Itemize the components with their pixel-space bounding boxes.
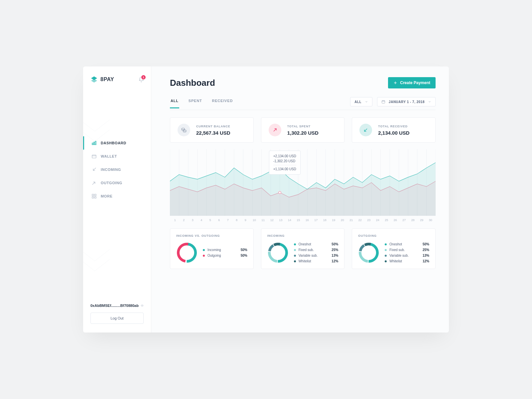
sidebar-nav: DASHBOARD WALLET INCOMING OUTGOING <box>83 136 151 203</box>
legend-row: Whitelist 12% <box>385 259 429 263</box>
stat-value: 22,567.34 USD <box>196 130 230 136</box>
legend-label: Oneshot <box>299 242 332 246</box>
legend-dot <box>294 249 296 251</box>
legend-value: 50% <box>332 242 338 246</box>
chevron-down-icon <box>365 100 368 103</box>
notifications-button[interactable]: 1 <box>138 76 144 82</box>
donuts-row: INCOMING VS. OUTGOING Incoming 50% Outgo… <box>170 228 436 269</box>
legend-row: Variable sub. 13% <box>294 254 338 257</box>
svg-rect-4 <box>92 194 94 196</box>
calendar-icon <box>381 100 385 104</box>
svg-point-8 <box>141 305 143 307</box>
tab-all[interactable]: ALL <box>170 99 179 108</box>
legend-value: 12% <box>423 259 429 263</box>
legend-row: Oneshot 50% <box>385 242 429 246</box>
legend-value: 50% <box>423 242 429 246</box>
sidebar-item-label: WALLET <box>101 154 117 158</box>
legend-dot <box>203 255 205 257</box>
legend-dot <box>203 249 205 251</box>
logout-button[interactable]: Log Out <box>90 313 144 324</box>
legend-label: Outgoing <box>207 254 241 257</box>
sidebar-item-label: INCOMING <box>101 168 121 172</box>
legend-value: 25% <box>332 248 338 252</box>
legend-dot <box>385 260 387 262</box>
grid-icon <box>91 194 97 199</box>
app-window: 8PAY 1 DASHBOARD WALLET <box>83 66 449 332</box>
brand-mark-icon <box>90 76 98 83</box>
arrow-in-icon <box>359 124 372 136</box>
stat-value: 1,302.20 USD <box>287 130 319 136</box>
svg-rect-0 <box>92 143 93 145</box>
svg-rect-10 <box>382 101 385 103</box>
donut-chart <box>358 242 379 263</box>
main-content: Dashboard Create Payment ALL SPENT RECEI… <box>151 66 449 332</box>
svg-rect-6 <box>92 197 94 198</box>
sidebar-item-wallet[interactable]: WALLET <box>83 150 151 163</box>
sidebar-item-label: DASHBOARD <box>101 141 126 145</box>
brand-logo[interactable]: 8PAY <box>90 76 114 83</box>
sidebar-item-label: MORE <box>101 194 112 198</box>
legend-row: Incoming 50% <box>203 248 247 252</box>
donut-card: OUTGOING Oneshot 50% Fixed sub. 25% Vari… <box>352 228 436 269</box>
legend-label: Fixed sub. <box>299 248 332 252</box>
stat-label: TOTAL SPENT <box>287 125 319 128</box>
legend-label: Incoming <box>207 248 241 252</box>
donut-legend: Oneshot 50% Fixed sub. 25% Variable sub.… <box>385 242 429 263</box>
donut-legend: Oneshot 50% Fixed sub. 25% Variable sub.… <box>294 242 338 263</box>
legend-dot <box>294 260 296 262</box>
donut-card: INCOMING Oneshot 50% Fixed sub. 25% Vari… <box>261 228 345 269</box>
legend-value: 50% <box>241 254 247 257</box>
scope-select[interactable]: ALL <box>350 97 372 106</box>
legend-value: 13% <box>332 254 338 257</box>
legend-label: Fixed sub. <box>389 248 423 252</box>
svg-rect-3 <box>92 155 96 158</box>
donut-legend: Incoming 50% Outgoing 50% <box>203 248 247 257</box>
stat-card-received: TOTAL RECEIVED 2,134.00 USD <box>352 117 436 143</box>
chart-x-axis: 1234567891011121314151617181920212223242… <box>170 218 436 222</box>
plus-icon <box>393 81 397 85</box>
svg-rect-5 <box>94 194 96 196</box>
legend-value: 13% <box>423 254 429 257</box>
coins-icon <box>178 124 190 136</box>
legend-row: Fixed sub. 25% <box>294 248 338 252</box>
sidebar-item-outgoing[interactable]: OUTGOING <box>83 176 151 190</box>
legend-label: Whitelist <box>389 259 423 263</box>
stat-label: TOTAL RECEIVED <box>378 125 409 128</box>
sidebar-item-more[interactable]: MORE <box>83 190 151 203</box>
legend-value: 25% <box>423 248 429 252</box>
tab-received[interactable]: RECEIVED <box>211 99 233 108</box>
main-chart: +2,134.00 USD -1,302.20 USD +1,134.00 US… <box>170 149 436 216</box>
create-payment-button[interactable]: Create Payment <box>388 77 436 88</box>
legend-dot <box>294 255 296 257</box>
legend-row: Whitelist 12% <box>294 259 338 263</box>
donut-chart <box>267 242 289 263</box>
svg-rect-1 <box>94 142 95 145</box>
sidebar-item-incoming[interactable]: INCOMING <box>83 163 151 176</box>
legend-label: Whitelist <box>299 259 332 263</box>
wallet-address: 0xAbBMSEf.........Bf70880ab <box>90 303 144 308</box>
donut-title: INCOMING VS. OUTGOING <box>176 234 247 237</box>
wallet-icon <box>91 154 97 159</box>
legend-row: Variable sub. 13% <box>385 254 429 257</box>
svg-point-44 <box>279 192 281 194</box>
tab-bar: ALL SPENT RECEIVED ALL JANUARY 1 - 7, 20… <box>170 97 436 110</box>
legend-row: Fixed sub. 25% <box>385 248 429 252</box>
arrow-out-icon <box>269 124 281 136</box>
date-range-select[interactable]: JANUARY 1 - 7, 2018 <box>377 97 436 106</box>
legend-row: Outgoing 50% <box>203 254 247 257</box>
legend-dot <box>385 243 387 245</box>
chart-tooltip: +2,134.00 USD -1,302.20 USD +1,134.00 US… <box>269 151 301 175</box>
eye-icon[interactable] <box>141 303 144 308</box>
svg-point-9 <box>142 305 143 306</box>
tab-spent[interactable]: SPENT <box>188 99 203 108</box>
sidebar-item-dashboard[interactable]: DASHBOARD <box>83 136 151 150</box>
legend-value: 12% <box>332 259 338 263</box>
svg-point-11 <box>182 128 185 130</box>
svg-rect-2 <box>95 141 96 145</box>
donut-card: INCOMING VS. OUTGOING Incoming 50% Outgo… <box>170 228 254 269</box>
legend-value: 50% <box>241 248 247 252</box>
arrow-out-icon <box>91 180 97 186</box>
legend-label: Oneshot <box>389 242 423 246</box>
donut-chart <box>176 242 198 263</box>
notification-badge: 1 <box>141 75 146 79</box>
